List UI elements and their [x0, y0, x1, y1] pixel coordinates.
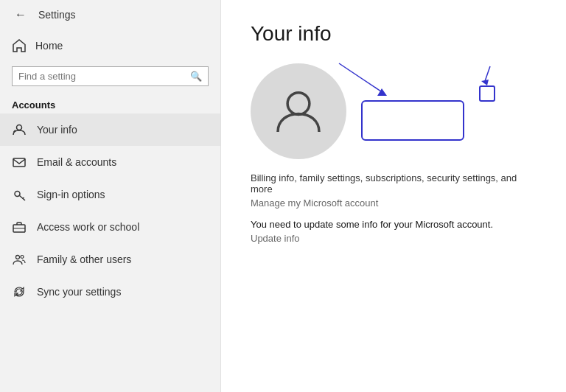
sidebar-item-home[interactable]: Home	[0, 29, 220, 62]
svg-point-7	[21, 256, 24, 259]
sidebar-item-access-work-school[interactable]: Access work or school	[0, 211, 220, 243]
home-icon	[12, 38, 27, 53]
search-container: 🔍	[12, 66, 209, 86]
email-icon	[12, 155, 27, 169]
family-other-users-label: Family & other users	[37, 253, 131, 265]
avatar-person-icon	[273, 85, 324, 137]
sidebar-item-email-accounts[interactable]: Email & accounts	[0, 146, 220, 178]
small-arrow-svg	[475, 65, 505, 87]
sync-icon	[12, 284, 27, 299]
page-title: Your info	[251, 22, 537, 46]
sidebar-item-sync-settings[interactable]: Sync your settings	[0, 276, 220, 308]
sidebar-item-your-info[interactable]: Your info	[0, 113, 220, 146]
svg-point-3	[15, 192, 20, 197]
search-icon: 🔍	[190, 71, 202, 82]
svg-point-0	[17, 125, 22, 130]
sidebar-header: ← Settings	[0, 0, 220, 29]
small-annotation-wrap	[479, 85, 495, 102]
main-content: Your info Bill	[221, 0, 566, 392]
sidebar-item-family-other-users[interactable]: Family & other users	[0, 243, 220, 276]
avatar-area	[251, 63, 537, 159]
sidebar-title: Settings	[38, 9, 76, 21]
annotation-wrapper	[361, 63, 464, 141]
update-info-link[interactable]: Update info	[251, 233, 537, 244]
svg-point-8	[287, 93, 310, 115]
search-input[interactable]	[18, 71, 190, 82]
email-accounts-label: Email & accounts	[37, 156, 116, 168]
sign-in-options-label: Sign-in options	[37, 189, 105, 200]
your-info-icon	[12, 122, 27, 137]
svg-rect-2	[13, 158, 25, 167]
update-text: You need to update some info for your Mi…	[251, 219, 537, 230]
home-label: Home	[35, 40, 63, 52]
svg-point-6	[16, 256, 20, 259]
your-info-label: Your info	[37, 124, 77, 136]
access-work-school-label: Access work or school	[37, 221, 139, 233]
small-box-annotation	[479, 85, 495, 102]
sidebar: ← Settings Home 🔍 Accounts Your info	[0, 0, 221, 392]
accounts-section-label: Accounts	[0, 94, 220, 113]
back-button[interactable]: ←	[12, 5, 29, 24]
billing-text: Billing info, family settings, subscript…	[251, 172, 537, 195]
briefcase-icon	[12, 220, 27, 234]
manage-account-link[interactable]: Manage my Microsoft account	[251, 197, 537, 209]
sync-settings-label: Sync your settings	[37, 286, 121, 298]
svg-marker-10	[481, 80, 489, 85]
sidebar-item-sign-in-options[interactable]: Sign-in options	[0, 178, 220, 211]
arrow-annotation	[324, 56, 413, 100]
blue-box-annotation	[361, 100, 464, 141]
info-section: Billing info, family settings, subscript…	[251, 172, 537, 244]
people-icon	[12, 252, 27, 267]
key-icon	[12, 187, 27, 202]
